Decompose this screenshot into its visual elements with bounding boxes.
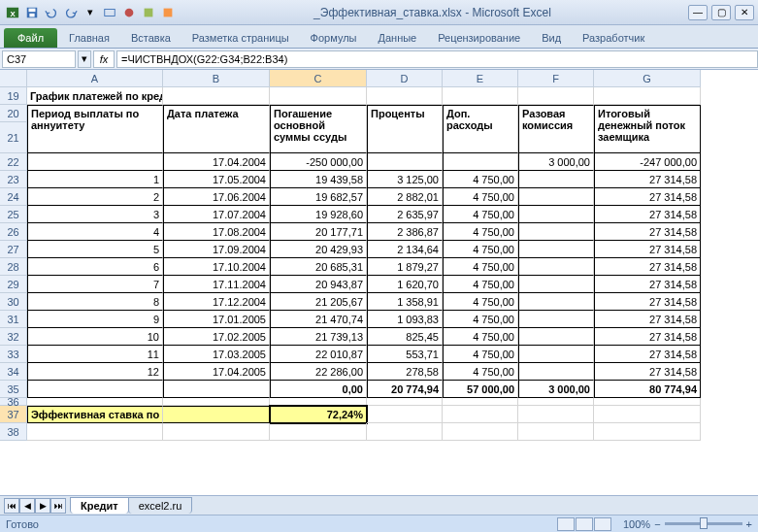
cell-A28[interactable]: 6 (27, 258, 163, 276)
cell-A25[interactable]: 3 (27, 206, 163, 223)
cell-G31[interactable]: 27 314,58 (594, 311, 701, 328)
cell-C25[interactable]: 19 928,60 (270, 206, 367, 223)
cell-D27[interactable]: 2 134,64 (367, 241, 443, 258)
cell-G19[interactable] (594, 87, 701, 105)
tab-formulas[interactable]: Формулы (301, 28, 367, 48)
cell-A35[interactable] (27, 381, 163, 398)
cell-D28[interactable]: 1 879,27 (367, 258, 443, 276)
cell-A27[interactable]: 5 (27, 241, 163, 258)
cell-F31[interactable] (518, 311, 594, 328)
cell-C22[interactable]: -250 000,00 (270, 153, 367, 171)
fx-button[interactable]: fx (93, 50, 115, 68)
cell-E37[interactable] (443, 406, 518, 423)
zoom-out[interactable]: − (654, 518, 660, 530)
col-header-F[interactable]: F (518, 70, 594, 87)
qat-extra2-icon[interactable] (120, 4, 138, 21)
cell-F24[interactable] (518, 188, 594, 206)
cell-F22[interactable]: 3 000,00 (518, 153, 594, 171)
save-icon[interactable] (23, 4, 41, 21)
tab-review[interactable]: Рецензирование (428, 28, 530, 48)
qat-extra3-icon[interactable] (140, 4, 157, 21)
cell-D37[interactable] (367, 406, 443, 423)
sheet-nav-first[interactable]: ⏮ (4, 498, 19, 514)
cell-C24[interactable]: 19 682,57 (270, 188, 367, 206)
cell-E19[interactable] (443, 87, 518, 105)
cell-B28[interactable]: 17.10.2004 (163, 258, 270, 276)
zoom-in[interactable]: + (746, 518, 752, 530)
row-header-32[interactable]: 32 (0, 328, 27, 346)
cell-D38[interactable] (367, 423, 443, 441)
header-cell-B[interactable]: Дата платежа (163, 105, 270, 153)
close-button[interactable]: ✕ (735, 5, 754, 20)
cell-F32[interactable] (518, 328, 594, 346)
sheet-nav-next[interactable]: ▶ (35, 498, 50, 514)
maximize-button[interactable]: ▢ (711, 5, 731, 20)
select-all-corner[interactable] (0, 70, 27, 87)
cell-B24[interactable]: 17.06.2004 (163, 188, 270, 206)
cell-B34[interactable]: 17.04.2005 (163, 363, 270, 381)
qat-extra4-icon[interactable] (159, 4, 177, 21)
cell-A32[interactable]: 10 (27, 328, 163, 346)
cell-F33[interactable] (518, 346, 594, 363)
sheet-nav-last[interactable]: ⏭ (50, 498, 66, 514)
view-normal[interactable] (557, 517, 575, 531)
cell-B29[interactable]: 17.11.2004 (163, 276, 270, 293)
cell-B25[interactable]: 17.07.2004 (163, 206, 270, 223)
cell-D36[interactable] (367, 398, 443, 406)
cell-B30[interactable]: 17.12.2004 (163, 293, 270, 311)
cell-G26[interactable]: 27 314,58 (594, 223, 701, 241)
cell-G28[interactable]: 27 314,58 (594, 258, 701, 276)
cell-A31[interactable]: 9 (27, 311, 163, 328)
cell-A37[interactable]: Эффективная ставка по кредиту (27, 406, 163, 423)
header-cell-G[interactable]: Итоговый денежный поток заемщика (594, 105, 701, 153)
cell-B37[interactable] (163, 406, 270, 423)
header-cell-C[interactable]: Погашение основной суммы ссуды (270, 105, 367, 153)
view-page-layout[interactable] (576, 517, 593, 531)
cell-A26[interactable]: 4 (27, 223, 163, 241)
view-page-break[interactable] (594, 517, 611, 531)
cell-D33[interactable]: 553,71 (367, 346, 443, 363)
row-header-20[interactable]: 20 (0, 105, 27, 122)
row-header-33[interactable]: 33 (0, 346, 27, 363)
cell-C30[interactable]: 21 205,67 (270, 293, 367, 311)
cell-F26[interactable] (518, 223, 594, 241)
cell-A33[interactable]: 11 (27, 346, 163, 363)
cell-C36[interactable] (270, 398, 367, 406)
cell-C19[interactable] (270, 87, 367, 105)
cell-C31[interactable]: 21 470,74 (270, 311, 367, 328)
cell-E34[interactable]: 4 750,00 (443, 363, 518, 381)
col-header-G[interactable]: G (594, 70, 701, 87)
row-header-26[interactable]: 26 (0, 223, 27, 241)
cell-E25[interactable]: 4 750,00 (443, 206, 518, 223)
cell-A34[interactable]: 12 (27, 363, 163, 381)
cell-G33[interactable]: 27 314,58 (594, 346, 701, 363)
cell-G27[interactable]: 27 314,58 (594, 241, 701, 258)
cell-C32[interactable]: 21 739,13 (270, 328, 367, 346)
name-box-dropdown[interactable]: ▾ (78, 50, 91, 68)
cell-C33[interactable]: 22 010,87 (270, 346, 367, 363)
cell-A30[interactable]: 8 (27, 293, 163, 311)
cell-G25[interactable]: 27 314,58 (594, 206, 701, 223)
cell-E27[interactable]: 4 750,00 (443, 241, 518, 258)
col-header-E[interactable]: E (443, 70, 518, 87)
name-box[interactable]: C37 (2, 50, 76, 68)
cell-F19[interactable] (518, 87, 594, 105)
cell-B31[interactable]: 17.01.2005 (163, 311, 270, 328)
cell-B19[interactable] (163, 87, 270, 105)
cell-D22[interactable] (367, 153, 443, 171)
cell-G34[interactable]: 27 314,58 (594, 363, 701, 381)
cell-E28[interactable]: 4 750,00 (443, 258, 518, 276)
cell-D35[interactable]: 20 774,94 (367, 381, 443, 398)
col-header-D[interactable]: D (367, 70, 443, 87)
header-cell-F[interactable]: Разовая комиссия (518, 105, 594, 153)
cell-C26[interactable]: 20 177,71 (270, 223, 367, 241)
row-header-28[interactable]: 28 (0, 258, 27, 276)
cell-C23[interactable]: 19 439,58 (270, 171, 367, 188)
file-tab[interactable]: Файл (4, 28, 57, 48)
cell-B38[interactable] (163, 423, 270, 441)
cell-F37[interactable] (518, 406, 594, 423)
cell-G30[interactable]: 27 314,58 (594, 293, 701, 311)
cell-E30[interactable]: 4 750,00 (443, 293, 518, 311)
row-header-21[interactable]: 21 (0, 122, 27, 153)
cell-D29[interactable]: 1 620,70 (367, 276, 443, 293)
